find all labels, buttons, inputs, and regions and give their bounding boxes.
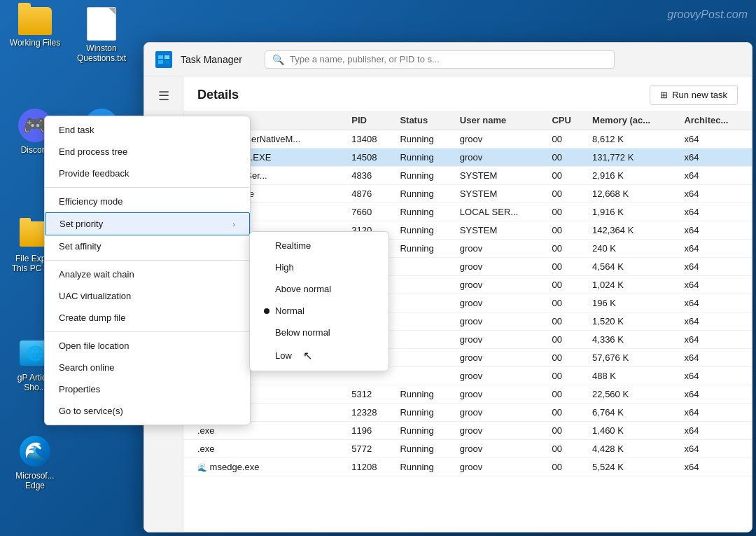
submenu-item-high[interactable]: High: [250, 256, 388, 278]
desktop-icon-working-files[interactable]: Working Files: [7, 7, 63, 48]
checked-indicator: [264, 308, 270, 314]
submenu-item-realtime[interactable]: Realtime: [250, 235, 388, 256]
context-menu-item-set-affinity[interactable]: Set affinity: [45, 235, 250, 257]
col-status[interactable]: Status: [394, 111, 454, 130]
cell-memory: 1,520 K: [587, 312, 678, 331]
context-menu-item-efficiency-mode[interactable]: Efficiency mode: [45, 191, 250, 212]
cell-arch: x64: [678, 167, 752, 185]
desktop-icon-winston[interactable]: WinstonQuestions.txt: [74, 7, 130, 64]
cell-status: Running: [394, 385, 454, 404]
cell-cpu: 00: [546, 203, 587, 221]
desktop-icon-edge[interactable]: 🌊 Microsof...Edge: [7, 434, 63, 491]
cell-memory: 4,336 K: [587, 331, 678, 349]
table-row[interactable]: .exe 7660 Running LOCAL SER... 00 1,916 …: [183, 203, 752, 221]
search-input[interactable]: [290, 54, 607, 64]
context-menu-item-uac-virtualization[interactable]: UAC virtualization: [45, 285, 250, 307]
run-new-task-button[interactable]: ⊞ Run new task: [650, 85, 738, 105]
context-menu-item-go-to-services[interactable]: Go to service(s): [45, 400, 250, 422]
menu-item-label: End process tree: [59, 146, 127, 157]
cell-pid: 5312: [346, 385, 394, 404]
cell-memory: 142,364 K: [587, 221, 678, 240]
menu-separator: [45, 260, 250, 261]
svg-rect-1: [164, 55, 169, 59]
submenu-item-label: Normal: [275, 305, 304, 316]
title-text: Task Manager: [181, 54, 242, 65]
context-menu-item-end-process-tree[interactable]: End process tree: [45, 141, 250, 163]
menu-item-label: Open file location: [59, 341, 129, 351]
table-row[interactable]: .exe 5772 Running groov 00 4,428 K x64: [183, 440, 752, 458]
context-menu-item-create-dump-file[interactable]: Create dump file: [45, 307, 250, 329]
cell-status: Running: [394, 203, 454, 221]
txt-file-icon: [87, 7, 116, 41]
submenu-item-below-normal[interactable]: Below normal: [250, 322, 388, 343]
desktop-icon-label: WinstonQuestions.txt: [77, 43, 126, 64]
cell-arch: x64: [678, 149, 752, 167]
cell-cpu: 00: [546, 404, 587, 422]
table-row[interactable]: .exe 1196 Running groov 00 1,460 K x64: [183, 422, 752, 440]
context-menu-item-set-priority[interactable]: Set priority›: [45, 212, 250, 235]
context-menu-item-open-file-location[interactable]: Open file location: [45, 335, 250, 357]
table-row[interactable]: ▶ PAD.BrowserNativeM... 13408 Running gr…: [183, 130, 752, 149]
table-row[interactable]: p.IGCC.WinSer... 4836 Running SYSTEM 00 …: [183, 167, 752, 185]
context-menu-item-end-task[interactable]: End task: [45, 119, 250, 141]
submenu-item-normal[interactable]: Normal: [250, 300, 388, 322]
col-cpu[interactable]: CPU: [546, 111, 587, 130]
table-row[interactable]: 🌊 msedge.exe 11208 Running groov 00 5,52…: [183, 458, 752, 476]
context-menu-item-analyze-wait-chain[interactable]: Analyze wait chain: [45, 263, 250, 285]
cell-memory: 5,524 K: [587, 458, 678, 476]
cell-user: groov: [454, 258, 547, 276]
table-row[interactable]: .exe 12328 Running groov 00 6,764 K x64: [183, 404, 752, 422]
table-row[interactable]: lickToRun.exe 4876 Running SYSTEM 00 12,…: [183, 185, 752, 203]
menu-item-label: Efficiency mode: [59, 196, 123, 207]
cell-memory: 12,668 K: [587, 185, 678, 203]
cell-user: SYSTEM: [454, 167, 547, 185]
col-pid[interactable]: PID: [346, 111, 394, 130]
cell-status: Running: [394, 167, 454, 185]
cell-status: [394, 258, 454, 276]
context-menu-item-search-online[interactable]: Search online: [45, 357, 250, 378]
sidebar-menu-btn[interactable]: ☰: [150, 82, 178, 110]
context-menu-item-properties[interactable]: Properties: [45, 378, 250, 400]
col-arch[interactable]: Architec...: [678, 111, 752, 130]
col-memory[interactable]: Memory (ac...: [587, 111, 678, 130]
cell-cpu: 00: [546, 185, 587, 203]
priority-submenu: RealtimeHighAbove normalNormalBelow norm…: [249, 231, 389, 371]
cell-memory: 57,676 K: [587, 349, 678, 367]
submenu-item-label: Low: [275, 350, 292, 361]
col-user[interactable]: User name: [454, 111, 547, 130]
cell-memory: 131,772 K: [587, 149, 678, 167]
cell-user: groov: [454, 276, 547, 294]
cell-arch: x64: [678, 331, 752, 349]
table-header-row: Name ∨ PID Status User name CPU Memory (…: [183, 111, 752, 130]
search-bar[interactable]: 🔍: [265, 50, 615, 69]
cell-cpu: 00: [546, 258, 587, 276]
cell-status: Running: [394, 185, 454, 203]
cell-status: Running: [394, 440, 454, 458]
cell-pid: 4836: [346, 167, 394, 185]
search-icon: 🔍: [272, 54, 284, 65]
cell-cpu: 00: [546, 385, 587, 404]
submenu-item-above-normal[interactable]: Above normal: [250, 278, 388, 300]
cell-arch: x64: [678, 422, 752, 440]
menu-item-label: Analyze wait chain: [59, 269, 134, 280]
cell-pid: 4876: [346, 185, 394, 203]
cell-status: [394, 294, 454, 312]
cell-cpu: 00: [546, 221, 587, 240]
cell-status: Running: [394, 240, 454, 258]
menu-item-label: Set affinity: [59, 241, 101, 252]
cell-user: groov: [454, 458, 547, 476]
cell-user: SYSTEM: [454, 221, 547, 240]
context-menu-item-provide-feedback[interactable]: Provide feedback: [45, 163, 250, 184]
cell-status: Running: [394, 149, 454, 167]
cell-cpu: 00: [546, 130, 587, 149]
cell-cpu: 00: [546, 440, 587, 458]
desktop-icon-label: Working Files: [10, 38, 60, 48]
cell-cpu: 00: [546, 240, 587, 258]
cell-memory: 1,916 K: [587, 203, 678, 221]
cell-user: groov: [454, 385, 547, 404]
cell-arch: x64: [678, 440, 752, 458]
table-row[interactable]: O OUTLOOK.EXE 14508 Running groov 00 131…: [183, 149, 752, 167]
submenu-item-low[interactable]: Low↖: [250, 343, 388, 368]
table-row[interactable]: .exe 5312 Running groov 00 22,560 K x64: [183, 385, 752, 404]
cell-arch: x64: [678, 203, 752, 221]
